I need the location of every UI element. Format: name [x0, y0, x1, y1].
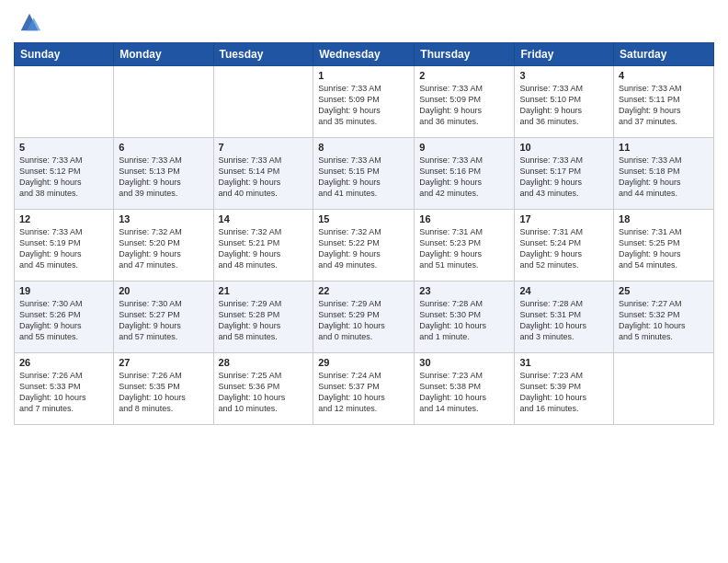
day-number: 6	[119, 142, 208, 153]
day-info: Sunrise: 7:33 AM Sunset: 5:18 PM Dayligh…	[619, 155, 709, 200]
day-info: Sunrise: 7:23 AM Sunset: 5:38 PM Dayligh…	[419, 370, 509, 415]
page-header	[14, 9, 714, 35]
day-number: 27	[119, 357, 208, 368]
day-info: Sunrise: 7:33 AM Sunset: 5:14 PM Dayligh…	[219, 155, 309, 200]
calendar-cell	[114, 66, 213, 138]
day-number: 14	[219, 213, 309, 224]
day-info: Sunrise: 7:33 AM Sunset: 5:19 PM Dayligh…	[19, 226, 108, 271]
day-number: 29	[318, 357, 409, 368]
day-info: Sunrise: 7:33 AM Sunset: 5:15 PM Dayligh…	[318, 155, 409, 200]
calendar-week-3: 12Sunrise: 7:33 AM Sunset: 5:19 PM Dayli…	[15, 210, 714, 282]
day-info: Sunrise: 7:30 AM Sunset: 5:26 PM Dayligh…	[19, 298, 108, 343]
calendar-cell: 25Sunrise: 7:27 AM Sunset: 5:32 PM Dayli…	[614, 282, 714, 353]
day-info: Sunrise: 7:31 AM Sunset: 5:25 PM Dayligh…	[619, 226, 709, 271]
calendar-cell: 4Sunrise: 7:33 AM Sunset: 5:11 PM Daylig…	[614, 66, 714, 138]
day-number: 10	[519, 142, 609, 153]
day-info: Sunrise: 7:33 AM Sunset: 5:13 PM Dayligh…	[119, 155, 208, 200]
day-number: 15	[318, 213, 409, 224]
day-number: 24	[519, 285, 609, 296]
logo-icon	[17, 9, 42, 35]
calendar-cell	[15, 66, 114, 138]
calendar-header-sunday: Sunday	[15, 43, 114, 66]
day-number: 25	[619, 285, 709, 296]
day-info: Sunrise: 7:26 AM Sunset: 5:33 PM Dayligh…	[19, 370, 108, 415]
calendar-cell: 16Sunrise: 7:31 AM Sunset: 5:23 PM Dayli…	[415, 210, 515, 282]
day-info: Sunrise: 7:27 AM Sunset: 5:32 PM Dayligh…	[619, 298, 709, 343]
day-info: Sunrise: 7:33 AM Sunset: 5:12 PM Dayligh…	[19, 155, 108, 200]
day-number: 28	[219, 357, 309, 368]
calendar-header-tuesday: Tuesday	[213, 43, 313, 66]
calendar-week-1: 1Sunrise: 7:33 AM Sunset: 5:09 PM Daylig…	[15, 66, 714, 138]
calendar-header-friday: Friday	[515, 43, 614, 66]
calendar-cell: 17Sunrise: 7:31 AM Sunset: 5:24 PM Dayli…	[515, 210, 614, 282]
calendar-cell: 20Sunrise: 7:30 AM Sunset: 5:27 PM Dayli…	[114, 282, 213, 353]
calendar-cell: 1Sunrise: 7:33 AM Sunset: 5:09 PM Daylig…	[313, 66, 415, 138]
calendar-cell: 29Sunrise: 7:24 AM Sunset: 5:37 PM Dayli…	[313, 353, 415, 425]
day-info: Sunrise: 7:33 AM Sunset: 5:11 PM Dayligh…	[619, 83, 709, 128]
day-info: Sunrise: 7:33 AM Sunset: 5:09 PM Dayligh…	[318, 83, 409, 128]
calendar-cell: 30Sunrise: 7:23 AM Sunset: 5:38 PM Dayli…	[415, 353, 515, 425]
day-info: Sunrise: 7:31 AM Sunset: 5:23 PM Dayligh…	[419, 226, 509, 271]
day-number: 21	[219, 285, 309, 296]
day-number: 18	[619, 213, 709, 224]
day-number: 20	[119, 285, 208, 296]
calendar-cell: 5Sunrise: 7:33 AM Sunset: 5:12 PM Daylig…	[15, 138, 114, 210]
day-number: 31	[519, 357, 609, 368]
calendar-header-row: SundayMondayTuesdayWednesdayThursdayFrid…	[15, 43, 714, 66]
calendar-cell: 18Sunrise: 7:31 AM Sunset: 5:25 PM Dayli…	[614, 210, 714, 282]
day-info: Sunrise: 7:26 AM Sunset: 5:35 PM Dayligh…	[119, 370, 208, 415]
day-info: Sunrise: 7:33 AM Sunset: 5:16 PM Dayligh…	[419, 155, 509, 200]
calendar-week-4: 19Sunrise: 7:30 AM Sunset: 5:26 PM Dayli…	[15, 282, 714, 353]
day-number: 12	[19, 213, 108, 224]
calendar-header-wednesday: Wednesday	[313, 43, 415, 66]
day-number: 11	[619, 142, 709, 153]
calendar-cell: 12Sunrise: 7:33 AM Sunset: 5:19 PM Dayli…	[15, 210, 114, 282]
calendar-cell: 27Sunrise: 7:26 AM Sunset: 5:35 PM Dayli…	[114, 353, 213, 425]
calendar-cell: 6Sunrise: 7:33 AM Sunset: 5:13 PM Daylig…	[114, 138, 213, 210]
calendar-table: SundayMondayTuesdayWednesdayThursdayFrid…	[14, 42, 714, 425]
day-number: 9	[419, 142, 509, 153]
calendar-cell	[213, 66, 313, 138]
day-info: Sunrise: 7:23 AM Sunset: 5:39 PM Dayligh…	[519, 370, 609, 415]
calendar-cell: 28Sunrise: 7:25 AM Sunset: 5:36 PM Dayli…	[213, 353, 313, 425]
day-info: Sunrise: 7:24 AM Sunset: 5:37 PM Dayligh…	[318, 370, 409, 415]
day-number: 17	[519, 213, 609, 224]
day-number: 3	[519, 70, 609, 81]
calendar-cell: 9Sunrise: 7:33 AM Sunset: 5:16 PM Daylig…	[415, 138, 515, 210]
calendar-cell: 24Sunrise: 7:28 AM Sunset: 5:31 PM Dayli…	[515, 282, 614, 353]
calendar-cell: 31Sunrise: 7:23 AM Sunset: 5:39 PM Dayli…	[515, 353, 614, 425]
calendar-cell: 14Sunrise: 7:32 AM Sunset: 5:21 PM Dayli…	[213, 210, 313, 282]
day-number: 30	[419, 357, 509, 368]
day-info: Sunrise: 7:29 AM Sunset: 5:29 PM Dayligh…	[318, 298, 409, 343]
calendar-cell: 19Sunrise: 7:30 AM Sunset: 5:26 PM Dayli…	[15, 282, 114, 353]
calendar-cell: 21Sunrise: 7:29 AM Sunset: 5:28 PM Dayli…	[213, 282, 313, 353]
day-info: Sunrise: 7:32 AM Sunset: 5:20 PM Dayligh…	[119, 226, 208, 271]
calendar-cell: 26Sunrise: 7:26 AM Sunset: 5:33 PM Dayli…	[15, 353, 114, 425]
calendar-cell: 13Sunrise: 7:32 AM Sunset: 5:20 PM Dayli…	[114, 210, 213, 282]
day-number: 2	[419, 70, 509, 81]
day-number: 22	[318, 285, 409, 296]
day-number: 4	[619, 70, 709, 81]
calendar-week-2: 5Sunrise: 7:33 AM Sunset: 5:12 PM Daylig…	[15, 138, 714, 210]
calendar-cell: 15Sunrise: 7:32 AM Sunset: 5:22 PM Dayli…	[313, 210, 415, 282]
day-number: 23	[419, 285, 509, 296]
day-number: 1	[318, 70, 409, 81]
calendar-header-monday: Monday	[114, 43, 213, 66]
day-info: Sunrise: 7:33 AM Sunset: 5:09 PM Dayligh…	[419, 83, 509, 128]
logo	[14, 9, 42, 35]
calendar-cell: 2Sunrise: 7:33 AM Sunset: 5:09 PM Daylig…	[415, 66, 515, 138]
calendar-cell: 11Sunrise: 7:33 AM Sunset: 5:18 PM Dayli…	[614, 138, 714, 210]
day-number: 8	[318, 142, 409, 153]
calendar-header-saturday: Saturday	[614, 43, 714, 66]
calendar-week-5: 26Sunrise: 7:26 AM Sunset: 5:33 PM Dayli…	[15, 353, 714, 425]
day-info: Sunrise: 7:28 AM Sunset: 5:31 PM Dayligh…	[519, 298, 609, 343]
page-container: SundayMondayTuesdayWednesdayThursdayFrid…	[0, 0, 728, 563]
day-info: Sunrise: 7:25 AM Sunset: 5:36 PM Dayligh…	[219, 370, 309, 415]
day-number: 16	[419, 213, 509, 224]
day-info: Sunrise: 7:30 AM Sunset: 5:27 PM Dayligh…	[119, 298, 208, 343]
calendar-cell: 23Sunrise: 7:28 AM Sunset: 5:30 PM Dayli…	[415, 282, 515, 353]
day-number: 26	[19, 357, 108, 368]
day-info: Sunrise: 7:29 AM Sunset: 5:28 PM Dayligh…	[219, 298, 309, 343]
calendar-cell: 3Sunrise: 7:33 AM Sunset: 5:10 PM Daylig…	[515, 66, 614, 138]
calendar-cell: 7Sunrise: 7:33 AM Sunset: 5:14 PM Daylig…	[213, 138, 313, 210]
